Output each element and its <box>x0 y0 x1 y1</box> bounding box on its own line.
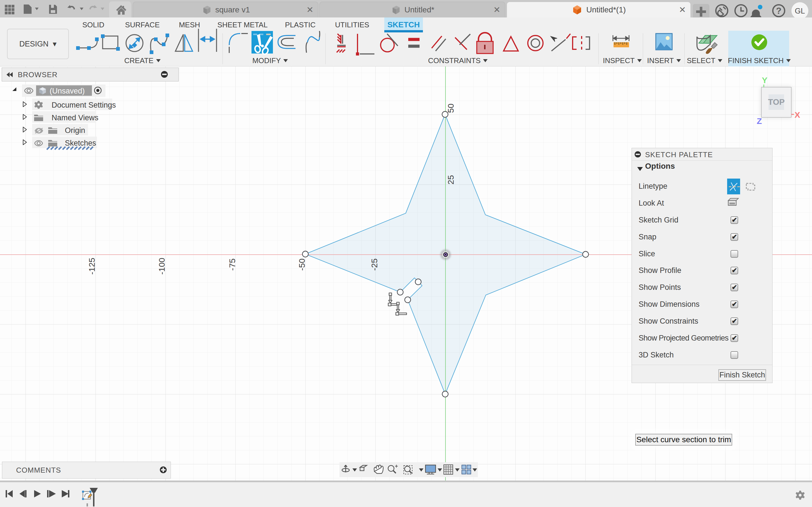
svg-text:?: ? <box>776 6 781 16</box>
svg-text:50: 50 <box>446 104 455 113</box>
svg-text:Z: Z <box>757 116 762 126</box>
svg-text:X: X <box>795 110 800 119</box>
svg-text:25: 25 <box>446 175 455 184</box>
svg-text:-100: -100 <box>157 258 166 275</box>
svg-text:-50: -50 <box>297 259 306 271</box>
svg-text:-125: -125 <box>87 258 96 275</box>
svg-text:-75: -75 <box>227 259 237 271</box>
svg-text:-25: -25 <box>370 259 379 271</box>
svg-text:GL: GL <box>795 7 805 15</box>
svg-text:Y: Y <box>762 75 767 85</box>
